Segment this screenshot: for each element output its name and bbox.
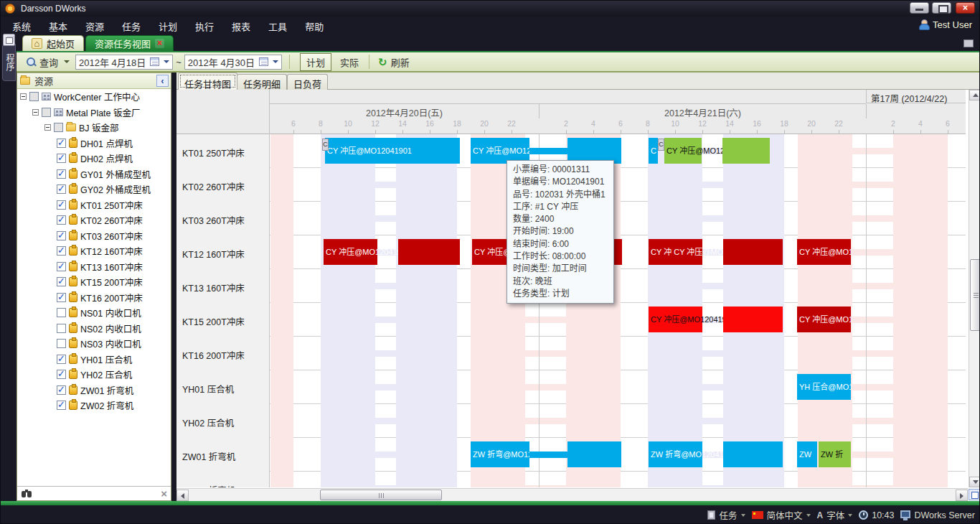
tree-checkbox[interactable] [57,139,66,148]
tree-checkbox[interactable] [57,154,66,163]
scroll-up-button[interactable] [969,90,980,100]
tree-node[interactable]: KT01 250T冲床 [17,197,171,213]
tree-checkbox[interactable] [57,293,66,302]
expander-icon[interactable] [44,124,51,131]
tree-checkbox[interactable] [57,277,66,286]
status-language-menu[interactable]: 简体中文 [752,508,811,522]
menu-item-3[interactable]: 任务 [121,18,142,34]
tree-checkbox[interactable] [57,370,66,379]
collapse-panel-button[interactable]: ‹ [156,75,169,87]
horizontal-scrollbar[interactable] [176,488,968,501]
tree-node[interactable]: ZW01 折弯机 [17,383,171,398]
expander-icon[interactable] [20,93,27,100]
task-bar[interactable] [529,452,567,458]
tree-checkbox[interactable] [57,385,66,395]
menu-item-4[interactable]: 计划 [157,18,179,34]
task-bar[interactable] [567,441,621,467]
minimize-button[interactable] [910,2,929,14]
task-bar[interactable]: CY 冲压@MO12041901 [325,138,460,164]
vertical-scroll-thumb[interactable] [970,259,980,331]
menu-item-1[interactable]: 基本 [47,18,69,34]
tree-checkbox[interactable] [57,324,66,333]
tree-checkbox[interactable] [57,169,66,179]
task-bar[interactable]: ZW 折弯@MO12041901 [649,441,702,467]
task-bar[interactable] [723,307,783,332]
tree-checkbox[interactable] [57,339,66,348]
tree-node[interactable]: DH01 点焊机 [17,136,171,151]
menu-item-2[interactable]: 资源 [84,18,105,34]
close-button[interactable]: × [956,2,975,14]
task-bar[interactable]: CY 冲压@MO12041903 [649,307,702,332]
menu-item-0[interactable]: 系统 [11,18,32,34]
tree-checkbox[interactable] [57,215,66,225]
tree-node[interactable]: KT02 260T冲床 [17,212,171,228]
tree-node[interactable]: KT12 160T冲床 [17,243,171,259]
tab-resource-task-view[interactable]: 资源任务视图 × [85,35,174,51]
tree-node[interactable]: ZW02 折弯机 [17,398,171,413]
date-to-picker[interactable]: 2012年 4月30日 [184,55,282,70]
scroll-right-button[interactable] [956,490,968,501]
pages-icon[interactable] [3,34,15,46]
task-bar[interactable]: CY 冲压@MO1 [797,239,851,265]
tree-node[interactable]: NS03 内收口机 [17,336,171,352]
task-bar[interactable]: CY 冲压@MO1 [797,307,851,332]
task-bar[interactable]: ZW [797,441,817,467]
tree-checkbox[interactable] [42,108,51,117]
tree-node[interactable]: NS01 内收口机 [17,305,171,321]
tree-node[interactable]: GY01 外桶成型机 [17,167,171,182]
tree-checkbox[interactable] [57,200,66,210]
status-font-menu[interactable]: A 字体 [817,508,853,522]
tree-checkbox[interactable] [29,92,39,101]
tree-checkbox[interactable] [57,246,66,256]
scroll-left-button[interactable] [176,490,189,501]
tree-node[interactable]: DH02 点焊机 [17,151,171,167]
expander-icon[interactable] [32,109,39,116]
tree-checkbox[interactable] [57,184,66,194]
query-button[interactable]: 查询 [24,54,72,70]
tree-node[interactable]: KT15 200T冲床 [17,274,171,290]
task-marker[interactable]: C [658,139,664,151]
user-box[interactable]: Test User [919,19,972,30]
tree-node[interactable]: KT03 260T冲床 [17,228,171,244]
tree-checkbox[interactable] [57,262,66,271]
scroll-down-button[interactable] [969,477,980,487]
tree-checkbox[interactable] [57,231,66,240]
tab-start-page[interactable]: ⌂ 起始页 [22,35,84,51]
gantt-tab-2[interactable]: 日负荷 [287,74,328,90]
actual-toggle-button[interactable]: 实际 [334,54,364,70]
find-icon[interactable] [22,490,33,497]
plan-toggle-button[interactable]: 计划 [300,53,331,71]
menu-item-6[interactable]: 报表 [230,18,252,34]
tab-close-icon[interactable]: × [155,39,164,48]
gantt-tab-0[interactable]: 任务甘特图 [178,72,237,90]
tree-checkbox[interactable] [54,123,63,132]
tree-node[interactable]: NS02 内收口机 [17,321,171,337]
menu-item-7[interactable]: 工具 [267,18,288,34]
task-bar[interactable]: CY 冲压@MO12041902 [664,138,702,164]
task-bar[interactable] [398,239,460,265]
window-list-icon[interactable] [963,39,974,47]
tree-node[interactable]: BJ 钣金部 [17,120,171,136]
tree-node[interactable]: KT16 200T冲床 [17,290,171,306]
date-from-picker[interactable]: 2012年 4月18日 [75,55,173,70]
task-bar[interactable] [722,138,770,164]
task-bar[interactable] [723,239,783,265]
task-bar[interactable]: ZW 折 [819,441,851,467]
tree-checkbox[interactable] [57,401,66,410]
tree-node[interactable]: GY02 外桶成型机 [17,182,171,197]
task-marker[interactable]: C [322,139,329,151]
scrollbar-corner-button[interactable] [969,489,980,500]
task-bar[interactable]: CY 冲压@MO12041904 [324,239,377,265]
status-task-menu[interactable]: 任务 [707,508,745,522]
tree-node[interactable]: YH01 压合机 [17,352,171,368]
tree-node[interactable]: WorkCenter 工作中心 [17,89,171,105]
menu-item-5[interactable]: 执行 [194,18,215,34]
task-bar[interactable] [723,441,783,467]
gantt-tab-1[interactable]: 任务明细 [237,74,287,90]
task-bar[interactable]: CY 冲 CY 冲压@MO12041904 [649,239,702,265]
tree-node[interactable]: YH02 压合机 [17,367,171,383]
task-bar[interactable]: YH 压合@MO1 [797,374,851,400]
tree-node[interactable]: KT13 160T冲床 [17,259,171,275]
task-bar[interactable]: ZW 折弯@MO12041901 [471,441,529,467]
task-bar[interactable]: C [649,138,658,164]
